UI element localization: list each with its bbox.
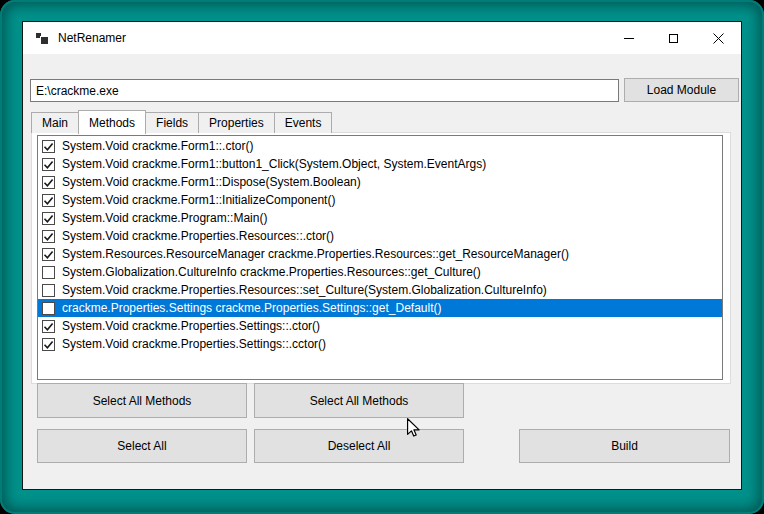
tab-strip: Main Methods Fields Properties Events — [31, 109, 331, 133]
method-row[interactable]: System.Resources.ResourceManager crackme… — [38, 245, 722, 263]
check-icon — [43, 213, 54, 224]
method-row[interactable]: System.Void crackme.Form1::Dispose(Syste… — [38, 173, 722, 191]
method-signature: crackme.Properties.Settings crackme.Prop… — [62, 301, 442, 315]
method-row[interactable]: System.Void crackme.Properties.Settings:… — [38, 317, 722, 335]
method-checkbox[interactable] — [42, 230, 55, 243]
method-checkbox[interactable] — [42, 176, 55, 189]
method-checkbox[interactable] — [42, 284, 55, 297]
close-icon — [713, 33, 724, 44]
tab-fields[interactable]: Fields — [145, 112, 199, 133]
deselect-all-button[interactable]: Deselect All — [254, 429, 464, 463]
tab-methods[interactable]: Methods — [78, 110, 146, 134]
check-icon — [43, 159, 54, 170]
method-signature: System.Void crackme.Program::Main() — [62, 211, 267, 225]
method-row[interactable]: System.Void crackme.Form1::button1_Click… — [38, 155, 722, 173]
select-all-methods-button-2[interactable]: Select All Methods — [254, 383, 464, 418]
method-checkbox[interactable] — [42, 266, 55, 279]
method-signature: System.Void crackme.Form1::.ctor() — [62, 139, 253, 153]
method-checkbox[interactable] — [42, 140, 55, 153]
method-signature: System.Void crackme.Form1::Dispose(Syste… — [62, 175, 361, 189]
check-icon — [43, 339, 54, 350]
check-icon — [43, 249, 54, 260]
method-checkbox[interactable] — [42, 302, 55, 315]
method-row[interactable]: System.Globalization.CultureInfo crackme… — [38, 263, 722, 281]
method-signature: System.Void crackme.Properties.Settings:… — [62, 319, 320, 333]
methods-tab-panel: System.Void crackme.Form1::.ctor() Syste… — [31, 132, 731, 384]
tab-events[interactable]: Events — [274, 112, 333, 133]
check-icon — [43, 141, 54, 152]
minimize-button[interactable] — [606, 22, 651, 54]
select-all-button[interactable]: Select All — [37, 429, 247, 463]
check-icon — [43, 231, 54, 242]
method-row[interactable]: System.Void crackme.Properties.Settings:… — [38, 335, 722, 353]
screenshot-stage: NetRenamer Load Module Main M — [0, 0, 764, 514]
method-signature: System.Void crackme.Properties.Resources… — [62, 283, 547, 297]
maximize-button[interactable] — [651, 22, 696, 54]
method-row[interactable]: System.Void crackme.Form1::.ctor() — [38, 137, 722, 155]
close-button[interactable] — [696, 22, 741, 54]
maximize-icon — [669, 34, 678, 43]
title-bar[interactable]: NetRenamer — [23, 22, 741, 54]
method-checkbox[interactable] — [42, 212, 55, 225]
select-all-methods-button-1[interactable]: Select All Methods — [37, 383, 247, 418]
method-row[interactable]: System.Void crackme.Properties.Resources… — [38, 227, 722, 245]
method-signature: System.Void crackme.Properties.Settings:… — [62, 337, 326, 351]
window-title: NetRenamer — [58, 31, 126, 45]
check-icon — [43, 321, 54, 332]
method-checkbox[interactable] — [42, 194, 55, 207]
method-signature: System.Void crackme.Properties.Resources… — [62, 229, 334, 243]
method-row[interactable]: System.Void crackme.Properties.Resources… — [38, 281, 722, 299]
method-checkbox[interactable] — [42, 248, 55, 261]
method-row[interactable]: System.Void crackme.Program::Main() — [38, 209, 722, 227]
methods-list[interactable]: System.Void crackme.Form1::.ctor() Syste… — [37, 135, 723, 380]
method-checkbox[interactable] — [42, 158, 55, 171]
tab-properties[interactable]: Properties — [198, 112, 275, 133]
app-icon — [36, 32, 49, 45]
method-checkbox[interactable] — [42, 320, 55, 333]
method-signature: System.Resources.ResourceManager crackme… — [62, 247, 569, 261]
check-icon — [43, 195, 54, 206]
build-button[interactable]: Build — [519, 429, 730, 463]
method-row[interactable]: crackme.Properties.Settings crackme.Prop… — [38, 299, 722, 317]
method-signature: System.Void crackme.Form1::button1_Click… — [62, 157, 486, 171]
caption-buttons — [606, 22, 741, 54]
netrenamer-window: NetRenamer Load Module Main M — [22, 21, 742, 490]
tab-main[interactable]: Main — [31, 112, 79, 133]
check-icon — [43, 177, 54, 188]
module-path-input[interactable] — [30, 79, 619, 102]
minimize-icon — [624, 38, 634, 39]
method-row[interactable]: System.Void crackme.Form1::InitializeCom… — [38, 191, 722, 209]
method-signature: System.Void crackme.Form1::InitializeCom… — [62, 193, 335, 207]
load-module-button[interactable]: Load Module — [624, 78, 739, 102]
method-checkbox[interactable] — [42, 338, 55, 351]
method-signature: System.Globalization.CultureInfo crackme… — [62, 265, 481, 279]
